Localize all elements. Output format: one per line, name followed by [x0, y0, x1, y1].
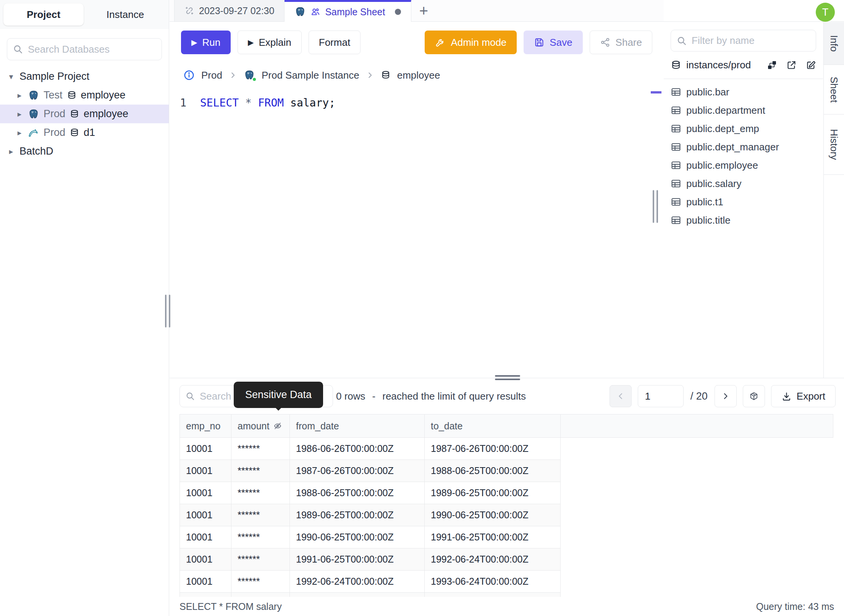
result-limit-button[interactable] — [743, 385, 765, 407]
table-list-item[interactable]: public.dept_manager — [664, 138, 823, 156]
result-cell[interactable]: 10001 — [179, 438, 231, 460]
explain-button[interactable]: ▶ Explain — [238, 31, 302, 54]
right-panel-resize-handle[interactable] — [653, 190, 658, 223]
tree-database-test-employee[interactable]: ▸Testemployee — [0, 86, 169, 105]
column-header-to_date[interactable]: to_date — [425, 414, 561, 438]
result-cell[interactable]: 10001 — [179, 482, 231, 504]
database-icon — [70, 128, 79, 138]
result-cell[interactable]: 1993-06-24T00:00:00Z — [425, 571, 561, 593]
column-header-amount[interactable]: amount — [231, 414, 290, 438]
export-button[interactable]: Export — [771, 385, 836, 407]
table-list-item[interactable]: public.salary — [664, 174, 823, 193]
results-table-header: emp_noamountfrom_dateto_date — [179, 414, 833, 438]
result-cell[interactable]: 10001 — [179, 548, 231, 571]
result-cell[interactable]: ****** — [231, 460, 290, 482]
result-cell[interactable]: 1991-06-25T00:00:00Z — [290, 548, 425, 571]
caret-right-icon[interactable]: ▸ — [15, 128, 24, 137]
tree-database-prod-d1[interactable]: ▸Prodd1 — [0, 123, 169, 142]
result-cell[interactable]: ****** — [231, 571, 290, 593]
results-panel-resize-handle[interactable] — [495, 375, 520, 380]
table-name: public.dept_emp — [686, 123, 759, 135]
mysql-icon — [28, 127, 39, 139]
sql-token: * — [245, 97, 252, 109]
panel-tab-sheet[interactable]: Sheet — [824, 65, 844, 114]
result-cell[interactable]: 10001 — [179, 571, 231, 593]
run-button[interactable]: ▶ Run — [181, 31, 231, 54]
result-cell[interactable]: 1992-06-24T00:00:00Z — [290, 571, 425, 593]
breadcrumb-database[interactable]: employee — [397, 69, 440, 81]
user-avatar[interactable]: T — [816, 3, 835, 22]
database-search-input[interactable] — [27, 43, 156, 56]
table-list-item[interactable]: public.dept_emp — [664, 119, 823, 138]
result-cell[interactable]: 1988-06-25T00:00:00Z — [425, 460, 561, 482]
sidebar-tab-instance[interactable]: Instance — [85, 3, 165, 26]
column-header-emp_no[interactable]: emp_no — [179, 414, 231, 438]
table-list-item[interactable]: public.bar — [664, 83, 823, 101]
caret-right-icon[interactable]: ▸ — [15, 110, 24, 119]
info-icon[interactable] — [183, 69, 195, 81]
result-cell[interactable]: 10001 — [179, 504, 231, 526]
caret-right-icon[interactable]: ▸ — [7, 147, 15, 156]
wrench-icon — [435, 37, 446, 48]
sheet-tab-unsaved[interactable]: 2023-09-27 02:30 — [174, 0, 285, 21]
column-header-from_date[interactable]: from_date — [290, 414, 425, 438]
new-sheet-button[interactable]: + — [411, 0, 436, 21]
caret-down-icon[interactable]: ▾ — [7, 72, 15, 81]
table-list-item[interactable]: public.employee — [664, 156, 823, 174]
chevron-left-icon — [616, 392, 625, 401]
tree-project-sample-project[interactable]: ▾Sample Project — [0, 67, 169, 86]
schema-diagram-icon[interactable] — [767, 60, 777, 70]
table-list-item[interactable]: public.t1 — [664, 193, 823, 211]
sql-token: SELECT — [200, 97, 239, 109]
result-cell[interactable]: ****** — [231, 438, 290, 460]
result-cell[interactable]: 1992-06-24T00:00:00Z — [425, 548, 561, 571]
result-cell[interactable]: ****** — [231, 526, 290, 548]
result-cell[interactable]: 1987-06-26T00:00:00Z — [425, 438, 561, 460]
share-button[interactable]: Share — [590, 31, 652, 54]
result-cell[interactable]: 10001 — [179, 526, 231, 548]
database-label: employee — [81, 89, 126, 101]
result-cell-filler — [561, 438, 833, 460]
sheet-tab-sample-sheet[interactable]: Sample Sheet — [285, 0, 411, 22]
result-cell[interactable]: 1987-06-26T00:00:00Z — [290, 460, 425, 482]
table-list-item[interactable]: public.department — [664, 101, 823, 119]
panel-tab-info[interactable]: Info — [824, 22, 844, 65]
result-cell[interactable]: 1986-06-26T00:00:00Z — [290, 438, 425, 460]
result-cell[interactable]: 1988-06-25T00:00:00Z — [290, 482, 425, 504]
table-filter-input[interactable] — [691, 34, 810, 47]
sql-editor-app: Project Instance ▾Sample Project▸Testemp… — [0, 0, 844, 616]
format-button[interactable]: Format — [309, 31, 361, 54]
result-cell[interactable]: 1989-06-25T00:00:00Z — [425, 482, 561, 504]
page-number-input[interactable] — [638, 385, 684, 407]
result-cell[interactable]: 1990-06-25T00:00:00Z — [290, 526, 425, 548]
left-sidebar: Project Instance ▾Sample Project▸Testemp… — [0, 0, 169, 616]
breadcrumb-instance[interactable]: Prod Sample Instance — [262, 69, 359, 81]
edit-icon[interactable] — [806, 60, 816, 70]
sidebar-tab-project[interactable]: Project — [3, 3, 84, 26]
panel-tab-history[interactable]: History — [824, 114, 844, 175]
result-cell[interactable]: ****** — [231, 482, 290, 504]
environment-label: Prod — [44, 127, 65, 139]
result-cell[interactable]: ****** — [231, 504, 290, 526]
admin-mode-button[interactable]: Admin mode — [425, 31, 517, 54]
table-list-item[interactable]: public.title — [664, 211, 823, 229]
results-header: Sensitive Data 0 rows - reached the limi… — [170, 378, 844, 414]
left-panel-resize-handle[interactable] — [165, 295, 170, 327]
result-cell[interactable]: 1991-06-25T00:00:00Z — [425, 526, 561, 548]
tree-project-batchd[interactable]: ▸BatchD — [0, 142, 169, 161]
database-search-box — [7, 38, 162, 60]
prev-page-button[interactable] — [610, 385, 632, 407]
next-page-button[interactable] — [715, 385, 737, 407]
result-cell[interactable]: ****** — [231, 548, 290, 571]
sql-editor[interactable]: 1 SELECT * FROM salary; — [170, 87, 664, 378]
result-cell[interactable]: 1990-06-25T00:00:00Z — [425, 504, 561, 526]
result-cell[interactable]: 1989-06-25T00:00:00Z — [290, 504, 425, 526]
results-panel: Sensitive Data 0 rows - reached the limi… — [170, 378, 844, 616]
external-link-icon[interactable] — [786, 60, 797, 70]
caret-right-icon[interactable]: ▸ — [15, 91, 24, 100]
tree-database-prod-employee[interactable]: ▸Prodemployee — [0, 105, 169, 123]
table-row: 10001******1990-06-25T00:00:00Z1991-06-2… — [179, 526, 833, 548]
result-cell[interactable]: 10001 — [179, 460, 231, 482]
save-button[interactable]: Save — [524, 31, 582, 54]
breadcrumb-environment[interactable]: Prod — [201, 69, 222, 81]
